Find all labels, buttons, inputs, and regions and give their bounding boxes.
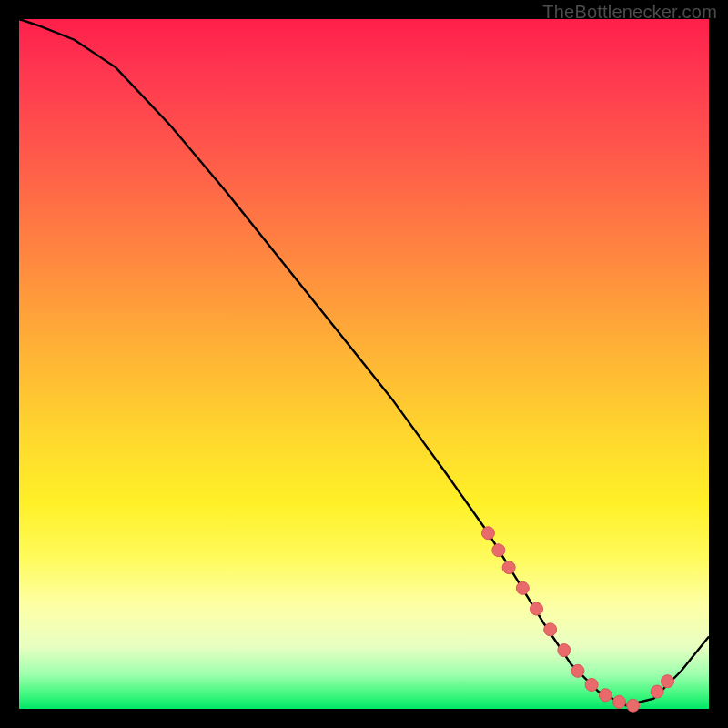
- chart-stage: TheBottlenecker.com: [0, 0, 728, 728]
- curve-marker: [544, 623, 557, 636]
- curve-marker: [502, 561, 515, 574]
- curve-marker: [481, 527, 494, 540]
- curve-marker: [516, 581, 529, 594]
- curve-marker: [612, 695, 625, 708]
- curve-markers: [481, 527, 673, 713]
- curve-marker: [585, 678, 598, 691]
- curve-marker: [651, 685, 663, 698]
- curve-marker: [662, 675, 674, 688]
- curve-marker: [558, 644, 571, 657]
- plot-area: [19, 19, 709, 709]
- curve-marker: [531, 602, 543, 615]
- curve-marker: [571, 664, 584, 677]
- curve-marker: [599, 689, 612, 702]
- curve-marker: [492, 544, 505, 557]
- bottleneck-curve: [19, 19, 709, 705]
- curve-layer: [19, 19, 709, 709]
- curve-marker: [627, 699, 640, 712]
